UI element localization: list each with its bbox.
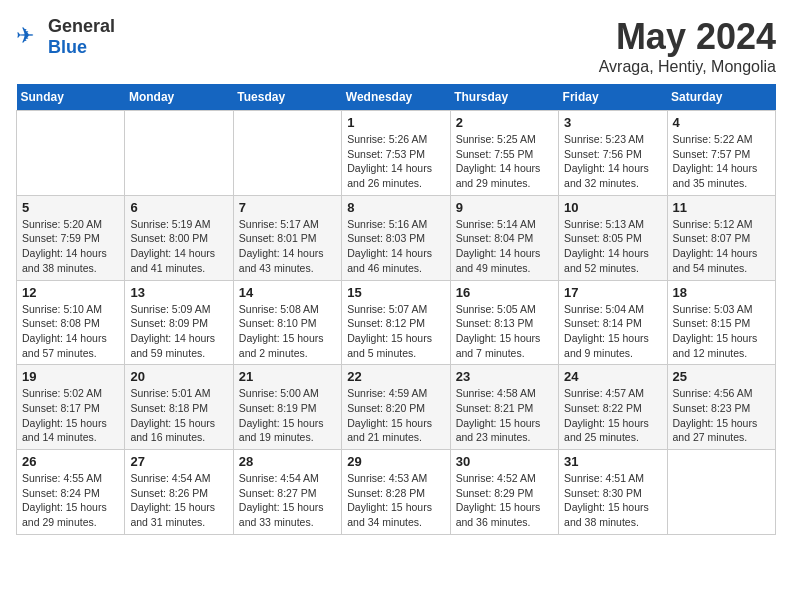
calendar-week-2: 5Sunrise: 5:20 AM Sunset: 7:59 PM Daylig… <box>17 195 776 280</box>
cell-info: Sunrise: 4:52 AM Sunset: 8:29 PM Dayligh… <box>456 471 553 530</box>
header-saturday: Saturday <box>667 84 775 111</box>
month-title: May 2024 <box>599 16 776 58</box>
logo: ✈ General Blue <box>16 16 115 58</box>
calendar-table: SundayMondayTuesdayWednesdayThursdayFrid… <box>16 84 776 535</box>
calendar-cell: 31Sunrise: 4:51 AM Sunset: 8:30 PM Dayli… <box>559 450 667 535</box>
cell-day-number: 8 <box>347 200 444 215</box>
cell-day-number: 9 <box>456 200 553 215</box>
cell-day-number: 1 <box>347 115 444 130</box>
cell-info: Sunrise: 5:07 AM Sunset: 8:12 PM Dayligh… <box>347 302 444 361</box>
calendar-cell: 12Sunrise: 5:10 AM Sunset: 8:08 PM Dayli… <box>17 280 125 365</box>
cell-day-number: 15 <box>347 285 444 300</box>
cell-info: Sunrise: 5:10 AM Sunset: 8:08 PM Dayligh… <box>22 302 119 361</box>
calendar-cell: 1Sunrise: 5:26 AM Sunset: 7:53 PM Daylig… <box>342 111 450 196</box>
cell-info: Sunrise: 4:58 AM Sunset: 8:21 PM Dayligh… <box>456 386 553 445</box>
cell-day-number: 26 <box>22 454 119 469</box>
cell-day-number: 11 <box>673 200 770 215</box>
cell-day-number: 25 <box>673 369 770 384</box>
header-sunday: Sunday <box>17 84 125 111</box>
calendar-week-1: 1Sunrise: 5:26 AM Sunset: 7:53 PM Daylig… <box>17 111 776 196</box>
calendar-cell: 10Sunrise: 5:13 AM Sunset: 8:05 PM Dayli… <box>559 195 667 280</box>
cell-info: Sunrise: 4:54 AM Sunset: 8:26 PM Dayligh… <box>130 471 227 530</box>
cell-day-number: 29 <box>347 454 444 469</box>
calendar-cell: 25Sunrise: 4:56 AM Sunset: 8:23 PM Dayli… <box>667 365 775 450</box>
calendar-cell <box>17 111 125 196</box>
calendar-cell: 18Sunrise: 5:03 AM Sunset: 8:15 PM Dayli… <box>667 280 775 365</box>
cell-info: Sunrise: 5:13 AM Sunset: 8:05 PM Dayligh… <box>564 217 661 276</box>
calendar-cell: 2Sunrise: 5:25 AM Sunset: 7:55 PM Daylig… <box>450 111 558 196</box>
calendar-cell: 27Sunrise: 4:54 AM Sunset: 8:26 PM Dayli… <box>125 450 233 535</box>
cell-day-number: 18 <box>673 285 770 300</box>
cell-day-number: 19 <box>22 369 119 384</box>
cell-info: Sunrise: 5:14 AM Sunset: 8:04 PM Dayligh… <box>456 217 553 276</box>
cell-day-number: 22 <box>347 369 444 384</box>
cell-info: Sunrise: 4:56 AM Sunset: 8:23 PM Dayligh… <box>673 386 770 445</box>
cell-info: Sunrise: 5:17 AM Sunset: 8:01 PM Dayligh… <box>239 217 336 276</box>
cell-day-number: 31 <box>564 454 661 469</box>
cell-info: Sunrise: 5:02 AM Sunset: 8:17 PM Dayligh… <box>22 386 119 445</box>
cell-day-number: 10 <box>564 200 661 215</box>
cell-info: Sunrise: 5:03 AM Sunset: 8:15 PM Dayligh… <box>673 302 770 361</box>
calendar-cell: 28Sunrise: 4:54 AM Sunset: 8:27 PM Dayli… <box>233 450 341 535</box>
cell-info: Sunrise: 5:01 AM Sunset: 8:18 PM Dayligh… <box>130 386 227 445</box>
calendar-cell: 6Sunrise: 5:19 AM Sunset: 8:00 PM Daylig… <box>125 195 233 280</box>
cell-day-number: 21 <box>239 369 336 384</box>
calendar-cell: 24Sunrise: 4:57 AM Sunset: 8:22 PM Dayli… <box>559 365 667 450</box>
cell-day-number: 17 <box>564 285 661 300</box>
calendar-week-3: 12Sunrise: 5:10 AM Sunset: 8:08 PM Dayli… <box>17 280 776 365</box>
calendar-cell: 9Sunrise: 5:14 AM Sunset: 8:04 PM Daylig… <box>450 195 558 280</box>
calendar-cell: 22Sunrise: 4:59 AM Sunset: 8:20 PM Dayli… <box>342 365 450 450</box>
header: ✈ General Blue May 2024 Avraga, Hentiy, … <box>16 16 776 76</box>
calendar-week-4: 19Sunrise: 5:02 AM Sunset: 8:17 PM Dayli… <box>17 365 776 450</box>
cell-info: Sunrise: 4:53 AM Sunset: 8:28 PM Dayligh… <box>347 471 444 530</box>
cell-day-number: 14 <box>239 285 336 300</box>
cell-info: Sunrise: 5:04 AM Sunset: 8:14 PM Dayligh… <box>564 302 661 361</box>
calendar-cell: 21Sunrise: 5:00 AM Sunset: 8:19 PM Dayli… <box>233 365 341 450</box>
cell-day-number: 5 <box>22 200 119 215</box>
calendar-cell <box>125 111 233 196</box>
calendar-cell <box>667 450 775 535</box>
cell-info: Sunrise: 5:09 AM Sunset: 8:09 PM Dayligh… <box>130 302 227 361</box>
cell-day-number: 23 <box>456 369 553 384</box>
logo-blue: Blue <box>48 37 87 57</box>
cell-day-number: 13 <box>130 285 227 300</box>
calendar-cell: 16Sunrise: 5:05 AM Sunset: 8:13 PM Dayli… <box>450 280 558 365</box>
calendar-cell: 7Sunrise: 5:17 AM Sunset: 8:01 PM Daylig… <box>233 195 341 280</box>
cell-info: Sunrise: 5:19 AM Sunset: 8:00 PM Dayligh… <box>130 217 227 276</box>
cell-day-number: 12 <box>22 285 119 300</box>
calendar-cell: 14Sunrise: 5:08 AM Sunset: 8:10 PM Dayli… <box>233 280 341 365</box>
calendar-cell: 8Sunrise: 5:16 AM Sunset: 8:03 PM Daylig… <box>342 195 450 280</box>
cell-info: Sunrise: 5:16 AM Sunset: 8:03 PM Dayligh… <box>347 217 444 276</box>
cell-day-number: 7 <box>239 200 336 215</box>
cell-day-number: 27 <box>130 454 227 469</box>
cell-info: Sunrise: 5:25 AM Sunset: 7:55 PM Dayligh… <box>456 132 553 191</box>
calendar-cell: 4Sunrise: 5:22 AM Sunset: 7:57 PM Daylig… <box>667 111 775 196</box>
calendar-cell: 13Sunrise: 5:09 AM Sunset: 8:09 PM Dayli… <box>125 280 233 365</box>
cell-info: Sunrise: 5:20 AM Sunset: 7:59 PM Dayligh… <box>22 217 119 276</box>
calendar-cell <box>233 111 341 196</box>
cell-info: Sunrise: 4:54 AM Sunset: 8:27 PM Dayligh… <box>239 471 336 530</box>
cell-day-number: 28 <box>239 454 336 469</box>
calendar-cell: 29Sunrise: 4:53 AM Sunset: 8:28 PM Dayli… <box>342 450 450 535</box>
calendar-cell: 15Sunrise: 5:07 AM Sunset: 8:12 PM Dayli… <box>342 280 450 365</box>
calendar-week-5: 26Sunrise: 4:55 AM Sunset: 8:24 PM Dayli… <box>17 450 776 535</box>
calendar-cell: 17Sunrise: 5:04 AM Sunset: 8:14 PM Dayli… <box>559 280 667 365</box>
header-monday: Monday <box>125 84 233 111</box>
cell-day-number: 30 <box>456 454 553 469</box>
logo-general: General <box>48 16 115 36</box>
location-title: Avraga, Hentiy, Mongolia <box>599 58 776 76</box>
cell-info: Sunrise: 5:26 AM Sunset: 7:53 PM Dayligh… <box>347 132 444 191</box>
cell-day-number: 4 <box>673 115 770 130</box>
header-wednesday: Wednesday <box>342 84 450 111</box>
calendar-cell: 23Sunrise: 4:58 AM Sunset: 8:21 PM Dayli… <box>450 365 558 450</box>
logo-icon: ✈ <box>16 23 44 51</box>
calendar-header-row: SundayMondayTuesdayWednesdayThursdayFrid… <box>17 84 776 111</box>
cell-info: Sunrise: 4:57 AM Sunset: 8:22 PM Dayligh… <box>564 386 661 445</box>
cell-info: Sunrise: 5:05 AM Sunset: 8:13 PM Dayligh… <box>456 302 553 361</box>
cell-day-number: 16 <box>456 285 553 300</box>
cell-info: Sunrise: 5:12 AM Sunset: 8:07 PM Dayligh… <box>673 217 770 276</box>
title-area: May 2024 Avraga, Hentiy, Mongolia <box>599 16 776 76</box>
cell-day-number: 24 <box>564 369 661 384</box>
header-tuesday: Tuesday <box>233 84 341 111</box>
header-thursday: Thursday <box>450 84 558 111</box>
